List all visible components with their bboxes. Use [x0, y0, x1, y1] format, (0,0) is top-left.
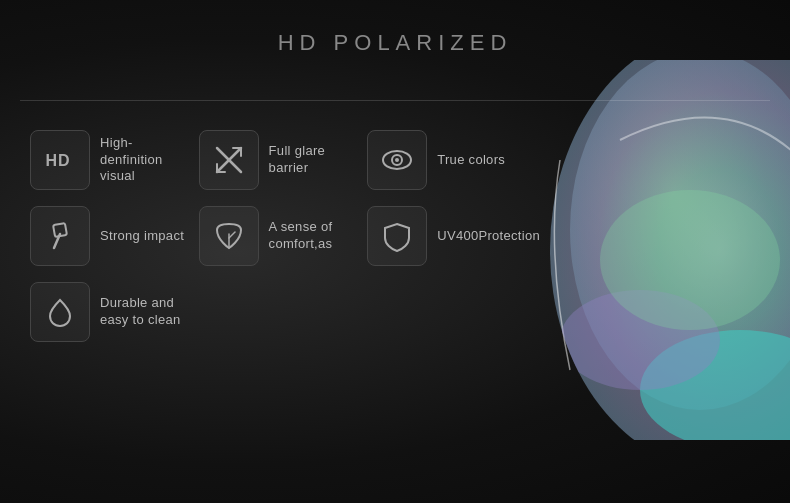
svg-point-5	[600, 190, 780, 330]
feature-glare: Full glare barrier	[199, 130, 358, 190]
feature-durable: Durable and easy to clean	[30, 282, 189, 342]
hd-icon: HD	[44, 144, 76, 176]
leaf-icon	[213, 220, 245, 252]
page-title: HD POLARIZED	[0, 30, 790, 56]
hd-icon-box: HD	[30, 130, 90, 190]
shield-icon-box	[367, 206, 427, 266]
comfort-icon-box	[199, 206, 259, 266]
strong-impact-label: Strong impact	[100, 228, 184, 245]
durable-icon-box	[30, 282, 90, 342]
lens-graphic	[540, 60, 790, 440]
uv-protection-label: UV400Protection	[437, 228, 540, 245]
true-colors-icon-box	[367, 130, 427, 190]
eye-icon	[381, 144, 413, 176]
cross-arrows-icon	[213, 144, 245, 176]
shield-icon	[381, 220, 413, 252]
hammer-icon	[44, 220, 76, 252]
feature-comfort: A sense of comfort,as	[199, 206, 358, 266]
divider-line	[20, 100, 770, 101]
feature-uv-protection: UV400Protection	[367, 206, 540, 266]
svg-point-11	[395, 158, 399, 162]
feature-true-colors: True colors	[367, 130, 540, 190]
hd-visual-label: High-denfinition visual	[100, 135, 189, 186]
durable-label: Durable and easy to clean	[100, 295, 189, 329]
drop-icon	[44, 296, 76, 328]
feature-strong-impact: Strong impact	[30, 206, 189, 266]
glare-label: Full glare barrier	[269, 143, 358, 177]
true-colors-label: True colors	[437, 152, 505, 169]
svg-text:HD: HD	[46, 152, 71, 169]
feature-hd-visual: HD High-denfinition visual	[30, 130, 189, 190]
glare-icon-box	[199, 130, 259, 190]
main-container: HD POLARIZED HD High-denfinition visual	[0, 0, 790, 503]
comfort-label: A sense of comfort,as	[269, 219, 358, 253]
features-grid: HD High-denfinition visual Full glare ba…	[20, 120, 550, 352]
svg-line-15	[229, 232, 235, 238]
hammer-icon-box	[30, 206, 90, 266]
